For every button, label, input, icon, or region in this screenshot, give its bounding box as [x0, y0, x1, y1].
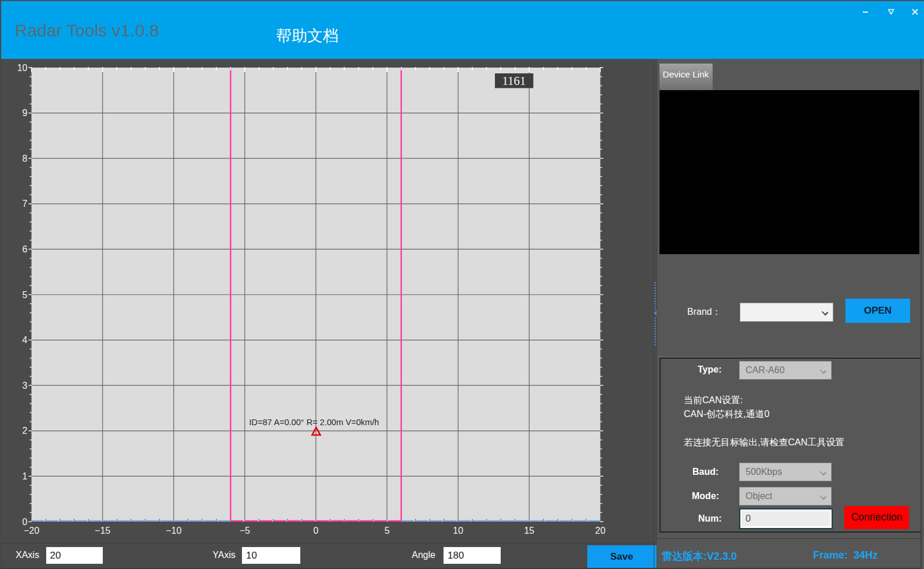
svg-text:6: 6: [23, 244, 28, 254]
svg-text:7: 7: [23, 199, 28, 209]
svg-text:20: 20: [595, 526, 606, 535]
svg-text:8: 8: [23, 154, 28, 163]
svg-text:5: 5: [23, 290, 28, 300]
svg-text:5: 5: [385, 526, 390, 535]
svg-text:−5: −5: [240, 526, 250, 535]
svg-text:1161: 1161: [502, 74, 526, 88]
svg-text:3: 3: [23, 381, 28, 391]
svg-text:−15: −15: [95, 526, 110, 535]
svg-text:−20: −20: [24, 526, 39, 535]
svg-text:0: 0: [23, 517, 28, 527]
svg-text:1: 1: [23, 471, 28, 481]
svg-text:9: 9: [23, 108, 28, 118]
svg-text:ID=87 A=0.00° R= 2.00m V=0km/h: ID=87 A=0.00° R= 2.00m V=0km/h: [249, 418, 379, 427]
svg-text:10: 10: [453, 526, 463, 535]
svg-text:15: 15: [524, 526, 534, 535]
svg-text:4: 4: [23, 335, 28, 345]
svg-text:0: 0: [314, 526, 319, 535]
svg-text:−10: −10: [166, 526, 181, 535]
svg-text:2: 2: [23, 426, 28, 436]
svg-text:10: 10: [17, 63, 28, 73]
